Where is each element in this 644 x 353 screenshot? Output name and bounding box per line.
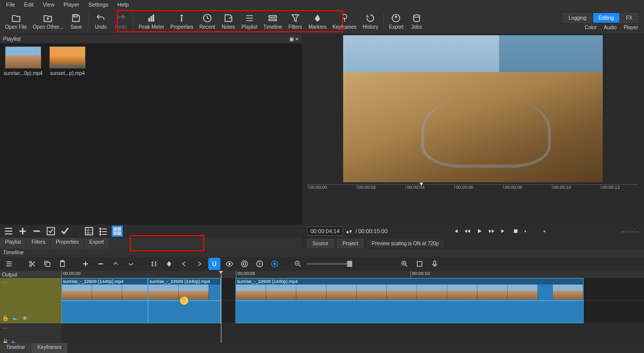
- lock-icon[interactable]: 🔓: [2, 315, 9, 321]
- snap-icon[interactable]: [208, 258, 220, 270]
- overwrite-icon[interactable]: [125, 258, 137, 270]
- zoom-out-icon[interactable]: [292, 258, 304, 270]
- zoom-fit-icon[interactable]: [512, 228, 519, 235]
- rewind-icon[interactable]: [464, 228, 471, 235]
- ripple-markers-icon[interactable]: [269, 258, 281, 270]
- play-icon[interactable]: [476, 228, 483, 235]
- next-marker-icon[interactable]: [193, 258, 205, 270]
- menu-edit[interactable]: Edit: [20, 1, 38, 9]
- grid-icon[interactable]: [531, 228, 538, 235]
- timeline-ruler[interactable]: 00:00:00 00:00:05 00:00:10: [61, 271, 644, 278]
- copy-icon[interactable]: [41, 258, 53, 270]
- paste-icon[interactable]: [56, 258, 68, 270]
- view-list-icon[interactable]: [98, 226, 109, 237]
- mute-icon[interactable]: 🔈: [12, 315, 19, 321]
- bottom-tab-keyframes[interactable]: Keyframes: [31, 343, 68, 353]
- ripple-all-icon[interactable]: [254, 258, 266, 270]
- tracks-area[interactable]: 00:00:00 00:00:05 00:00:10 sunrise_-_226…: [61, 271, 644, 353]
- mode-audio[interactable]: Audio: [604, 25, 617, 30]
- menu-file[interactable]: File: [2, 1, 19, 9]
- skip-next-icon[interactable]: [500, 228, 507, 235]
- lift-icon[interactable]: [110, 258, 122, 270]
- export-button[interactable]: Export: [386, 12, 407, 31]
- history-button[interactable]: History: [360, 12, 381, 31]
- cut-icon[interactable]: [26, 258, 38, 270]
- playlist-item[interactable]: sunset...p).mp4: [47, 46, 88, 76]
- remove-tl-icon[interactable]: [95, 258, 107, 270]
- playlist-item[interactable]: sunrise...0p).mp4: [3, 46, 43, 76]
- current-timecode[interactable]: 00:00:04;14: [307, 227, 343, 236]
- tab-filters[interactable]: Filters: [27, 238, 51, 249]
- video-track[interactable]: sunrise_-_22609 (1440p).mp4 sunrise_-_22…: [61, 278, 644, 301]
- tab-playlist[interactable]: Playlist: [0, 238, 27, 249]
- redo-button[interactable]: Redo: [111, 12, 131, 31]
- open-other-button[interactable]: Open Other...: [30, 12, 66, 31]
- view-details-icon[interactable]: [84, 226, 95, 237]
- zoom-slider[interactable]: [307, 263, 352, 265]
- mode-logging[interactable]: Logging: [563, 13, 592, 23]
- mode-fx[interactable]: FX: [620, 13, 638, 23]
- menu-icon[interactable]: [3, 226, 14, 237]
- menu-help[interactable]: Help: [113, 1, 133, 9]
- mode-editing[interactable]: Editing: [593, 13, 620, 23]
- check-icon[interactable]: [59, 226, 70, 237]
- tc-spinner[interactable]: ▴▾: [346, 228, 352, 235]
- append-icon[interactable]: [79, 258, 92, 270]
- filters-button[interactable]: Filters: [285, 12, 305, 31]
- hide-icon[interactable]: 👁: [22, 315, 28, 321]
- update-icon[interactable]: [45, 226, 56, 237]
- panel-float-icon[interactable]: ▣: [289, 36, 294, 42]
- preview-scaling-status[interactable]: Preview scaling is ON at 720p: [367, 239, 444, 248]
- forward-icon[interactable]: [488, 228, 495, 235]
- zoom-in-icon[interactable]: [398, 258, 411, 270]
- keyframes-button[interactable]: Keyframes: [330, 12, 360, 31]
- skip-prev-icon[interactable]: [452, 228, 459, 235]
- timeline-menu-icon[interactable]: [3, 258, 15, 270]
- timeline-playhead[interactable]: [221, 271, 221, 353]
- record-audio-icon[interactable]: [429, 258, 441, 270]
- remove-icon[interactable]: [31, 226, 42, 237]
- undo-button[interactable]: Undo: [91, 12, 111, 31]
- audio-track[interactable]: [61, 301, 644, 323]
- scrub-icon[interactable]: [223, 258, 235, 270]
- source-button[interactable]: Source: [307, 239, 334, 248]
- marker-icon[interactable]: [163, 258, 175, 270]
- peak-meter-button[interactable]: Peak Meter: [135, 12, 167, 31]
- bottom-tab-timeline[interactable]: Timeline: [0, 343, 31, 353]
- markers-button[interactable]: Markers: [305, 12, 330, 31]
- view-grid-icon[interactable]: [112, 226, 123, 237]
- timeline-audio-clip[interactable]: [61, 301, 148, 323]
- prev-marker-icon[interactable]: [178, 258, 190, 270]
- zoom-fit-tl-icon[interactable]: [414, 258, 426, 270]
- menu-player[interactable]: Player: [59, 1, 83, 9]
- preview-video[interactable]: [343, 35, 603, 182]
- playlist-button[interactable]: Playlist: [238, 12, 261, 31]
- add-icon[interactable]: [17, 226, 28, 237]
- timeline-button[interactable]: Timeline: [261, 12, 285, 31]
- volume-icon[interactable]: [550, 228, 557, 235]
- project-button[interactable]: Project: [337, 239, 364, 248]
- menu-view[interactable]: View: [39, 1, 59, 9]
- split-icon[interactable]: [148, 258, 160, 270]
- timeline-clip[interactable]: sunrise_-_22609 (1440p).mp4: [61, 278, 148, 301]
- jobs-button[interactable]: Jobs: [407, 12, 427, 31]
- save-button[interactable]: Save: [66, 12, 86, 31]
- tab-export[interactable]: Export: [85, 238, 110, 249]
- output-header[interactable]: Output: [0, 271, 61, 278]
- playlist-body[interactable]: sunrise...0p).mp4 sunset...p).mp4: [0, 43, 302, 225]
- recent-button[interactable]: Recent: [196, 12, 218, 31]
- properties-button[interactable]: Properties: [168, 12, 197, 31]
- ripple-icon[interactable]: [238, 258, 251, 270]
- panel-close-icon[interactable]: ✕: [295, 36, 299, 42]
- notes-button[interactable]: Notes: [218, 12, 238, 31]
- open-file-button[interactable]: Open File: [2, 12, 30, 31]
- dropdown-icon[interactable]: ▾: [543, 229, 545, 234]
- dropdown-icon[interactable]: ▾: [524, 229, 526, 234]
- timeline-clip[interactable]: sunrise_-_22609 (1440p).mp4: [235, 278, 584, 301]
- tab-properties[interactable]: Properties: [51, 238, 85, 249]
- track-v1-header[interactable]: ⋯ 🔓 🔈 👁: [0, 278, 61, 323]
- preview-ruler[interactable]: ▼ 00:00:00 00:00:02 00:00:04 00:00:06 00…: [308, 184, 638, 194]
- menu-settings[interactable]: Settings: [85, 1, 113, 9]
- mode-player[interactable]: Player: [624, 25, 638, 30]
- timeline-audio-clip[interactable]: [235, 301, 584, 323]
